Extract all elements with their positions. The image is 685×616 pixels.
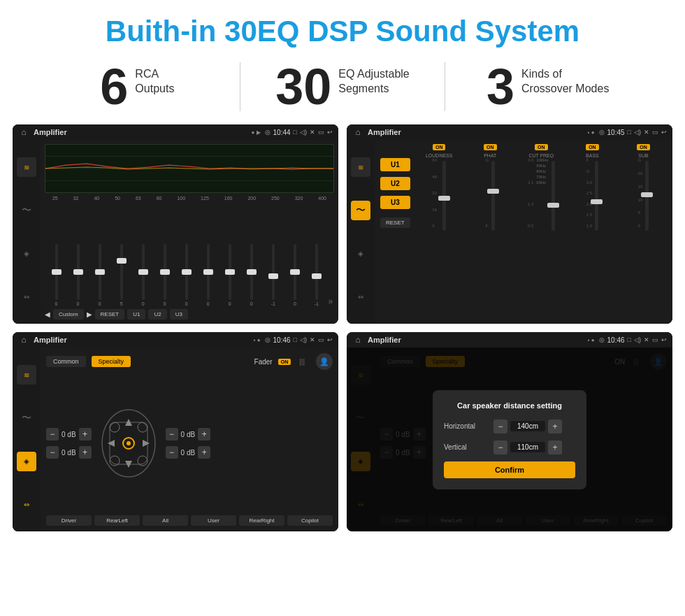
eq-speaker-icon[interactable]: ◈ <box>17 244 36 264</box>
ch-label-phat: PHAT <box>467 153 514 158</box>
vertical-minus-btn[interactable]: − <box>493 440 507 454</box>
ch-sub: ON SUB G20151050 <box>620 144 667 320</box>
u3-btn[interactable]: U3 <box>380 196 410 209</box>
eq-slider-9[interactable]: 0 <box>219 244 240 306</box>
db-minus-3[interactable]: − <box>166 428 178 440</box>
eq-slider-5[interactable]: 0 <box>133 244 153 306</box>
eq-wave-icon[interactable]: 〜 <box>17 201 36 220</box>
db-row-2: − 0 dB + <box>46 446 92 459</box>
on-badge-phat[interactable]: ON <box>484 144 497 150</box>
db-plus-2[interactable]: + <box>79 446 92 459</box>
eq-slider-13[interactable]: -1 <box>306 244 326 306</box>
home-icon[interactable]: ⌂ <box>18 127 29 138</box>
back-icon-2[interactable]: ↩ <box>661 129 667 136</box>
u3-btn-eq[interactable]: U3 <box>170 309 188 320</box>
eq-slider-1[interactable]: 0 <box>46 244 66 306</box>
close-icon-3: ✕ <box>310 336 315 343</box>
status-bar-4: ⌂ Amplifier ▪ ● ◎ 10:46 □ ◁) ✕ ▭ ↩ <box>347 332 672 348</box>
mixer-arrows-icon[interactable]: ⇔ <box>351 287 370 306</box>
rear-left-btn[interactable]: RearLeft <box>94 515 140 526</box>
on-badge-cutfreq[interactable]: ON <box>535 144 548 150</box>
screen-title-3: Amplifier <box>34 336 250 344</box>
location-icon-4: ◎ <box>599 336 605 343</box>
u1-btn[interactable]: U1 <box>380 158 410 171</box>
driver-btn[interactable]: Driver <box>46 515 92 526</box>
home-icon-2[interactable]: ⌂ <box>352 127 363 138</box>
stat-crossover: 3 Kinds ofCrossover Modes <box>452 62 643 112</box>
on-badge-fader[interactable]: ON <box>278 359 291 365</box>
fader-filter-icon[interactable]: ≋ <box>17 365 36 385</box>
db-plus-3[interactable]: + <box>198 428 210 440</box>
back-icon-1[interactable]: ↩ <box>327 129 333 136</box>
db-minus-2[interactable]: − <box>46 446 59 459</box>
user-btn[interactable]: User <box>191 515 236 526</box>
track-bass[interactable] <box>595 161 598 231</box>
back-icon-4[interactable]: ↩ <box>661 336 667 343</box>
vertical-plus-btn[interactable]: + <box>548 440 562 454</box>
db-minus-4[interactable]: − <box>166 446 178 459</box>
u1-btn-eq[interactable]: U1 <box>127 309 145 320</box>
copilot-btn[interactable]: Copilot <box>287 515 333 526</box>
screen-title-2: Amplifier <box>368 128 584 136</box>
eq-slider-12[interactable]: 0 <box>284 244 305 306</box>
custom-btn[interactable]: Custom <box>53 309 84 320</box>
next-arrow[interactable]: ▶ <box>87 310 92 318</box>
eq-slider-7[interactable]: 0 <box>176 244 196 306</box>
on-badge-sub[interactable]: ON <box>637 144 650 150</box>
location-icon-3: ◎ <box>265 336 271 343</box>
close-icon-4: ✕ <box>644 336 649 343</box>
volume-icon-1: ◁) <box>300 129 307 136</box>
u2-btn[interactable]: U2 <box>380 177 410 190</box>
db-val-4: 0 dB <box>181 449 196 457</box>
on-badge-loudness[interactable]: ON <box>433 144 446 150</box>
horizontal-plus-btn[interactable]: + <box>548 420 562 434</box>
all-btn[interactable]: All <box>143 515 188 526</box>
mixer-speaker-icon[interactable]: ◈ <box>351 244 370 264</box>
dialog-title: Car speaker distance setting <box>444 401 575 410</box>
dot-icons-4: ▪ ● <box>588 337 595 343</box>
eq-slider-6[interactable]: 0 <box>154 244 175 306</box>
eq-filter-icon[interactable]: ≋ <box>17 157 36 177</box>
tab-specialty[interactable]: Specialty <box>92 356 131 367</box>
eq-sidebar: ≋ 〜 ◈ ⇔ <box>13 140 41 324</box>
more-icon[interactable]: » <box>328 296 333 306</box>
eq-arrows-icon[interactable]: ⇔ <box>17 287 36 306</box>
reset-btn-eq[interactable]: RESET <box>95 309 125 320</box>
fader-wave-icon[interactable]: 〜 <box>17 408 36 428</box>
stat-divider-2 <box>445 62 445 111</box>
db-plus-1[interactable]: + <box>79 428 92 440</box>
close-icon-1: ✕ <box>310 129 315 136</box>
db-plus-4[interactable]: + <box>198 446 210 459</box>
ch-bass: ON BASS FG3.02.52.01.51.0 <box>569 144 616 320</box>
confirm-button[interactable]: Confirm <box>444 461 575 478</box>
track-cutfreq[interactable] <box>551 161 555 231</box>
eq-slider-11[interactable]: -1 <box>263 244 283 306</box>
prev-arrow[interactable]: ◀ <box>45 310 50 318</box>
fader-speaker-icon[interactable]: ◈ <box>17 452 36 471</box>
horizontal-minus-btn[interactable]: − <box>493 420 507 434</box>
ch-label-sub: SUB <box>620 153 667 158</box>
u2-btn-eq[interactable]: U2 <box>148 309 166 320</box>
mixer-wave-icon[interactable]: 〜 <box>351 201 370 220</box>
home-icon-4[interactable]: ⌂ <box>352 334 363 345</box>
rear-right-btn[interactable]: RearRight <box>239 515 284 526</box>
fader-arrows-icon[interactable]: ⇔ <box>17 494 36 514</box>
track-phat[interactable] <box>491 161 495 231</box>
db-minus-1[interactable]: − <box>46 428 59 440</box>
home-icon-3[interactable]: ⌂ <box>18 334 29 345</box>
eq-slider-2[interactable]: 0 <box>68 244 88 306</box>
eq-slider-3[interactable]: 0 <box>89 244 110 306</box>
eq-slider-10[interactable]: 0 <box>241 244 261 306</box>
fader-user-icon[interactable]: 👤 <box>316 353 333 370</box>
on-badge-bass[interactable]: ON <box>586 144 599 150</box>
stat-number-rca: 6 <box>100 62 128 112</box>
mixer-filter-icon[interactable]: ≋ <box>351 157 370 177</box>
screen-dialog: ⌂ Amplifier ▪ ● ◎ 10:46 □ ◁) ✕ ▭ ↩ ≋ 〜 ◈… <box>347 332 672 531</box>
track-loudness[interactable] <box>442 161 446 231</box>
track-sub[interactable] <box>645 161 649 231</box>
back-icon-3[interactable]: ↩ <box>327 336 333 343</box>
tab-common[interactable]: Common <box>46 356 86 367</box>
reset-btn-mixer[interactable]: RESET <box>380 217 410 228</box>
eq-slider-4[interactable]: 5 <box>111 244 131 306</box>
eq-slider-8[interactable]: 0 <box>198 244 218 306</box>
